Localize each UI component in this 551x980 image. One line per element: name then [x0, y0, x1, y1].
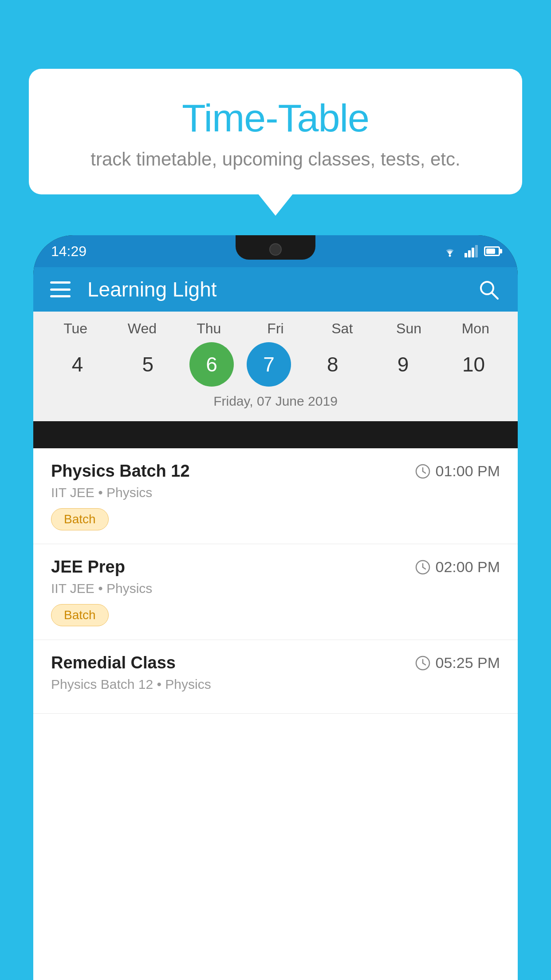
- day-9[interactable]: 9: [374, 342, 432, 387]
- day-5[interactable]: 5: [119, 342, 177, 387]
- status-icons: [441, 245, 500, 257]
- item-2-subtitle: IIT JEE • Physics: [51, 581, 500, 596]
- day-7[interactable]: 7: [247, 342, 291, 387]
- svg-line-6: [492, 292, 498, 299]
- svg-rect-3: [472, 248, 474, 257]
- schedule-item-1[interactable]: Physics Batch 12 01:00 PM IIT JEE • Phys…: [33, 448, 518, 544]
- day-name-thu: Thu: [180, 320, 238, 337]
- tooltip-title: Time-Table: [51, 95, 500, 141]
- svg-rect-4: [475, 245, 478, 257]
- day-name-tue: Tue: [47, 320, 104, 337]
- status-time: 14:29: [51, 243, 87, 260]
- svg-line-9: [423, 471, 425, 473]
- selected-date-label: Friday, 07 June 2019: [33, 394, 518, 417]
- day-6[interactable]: 6: [189, 342, 234, 387]
- item-3-subtitle: Physics Batch 12 • Physics: [51, 677, 500, 692]
- tooltip-card: Time-Table track timetable, upcoming cla…: [29, 69, 522, 194]
- item-3-title: Remedial Class: [51, 653, 176, 672]
- item-2-title: JEE Prep: [51, 557, 125, 577]
- day-8[interactable]: 8: [304, 342, 362, 387]
- battery-icon: [484, 246, 500, 256]
- phone-camera: [269, 243, 282, 256]
- day-name-sun: Sun: [380, 320, 438, 337]
- svg-point-0: [449, 255, 451, 257]
- item-3-time: 05:25 PM: [415, 654, 500, 672]
- phone-frame: 14:29: [33, 235, 518, 980]
- app-title: Learning Light: [87, 277, 476, 301]
- item-1-subtitle: IIT JEE • Physics: [51, 485, 500, 500]
- svg-rect-2: [468, 250, 471, 257]
- wifi-icon: [441, 245, 458, 257]
- schedule-container: Physics Batch 12 01:00 PM IIT JEE • Phys…: [33, 448, 518, 980]
- clock-icon-3: [415, 655, 431, 671]
- schedule-item-3[interactable]: Remedial Class 05:25 PM Physics Batch 12…: [33, 640, 518, 714]
- item-1-badge: Batch: [51, 508, 109, 530]
- svg-rect-1: [464, 253, 467, 257]
- hamburger-menu-button[interactable]: [50, 281, 71, 297]
- schedule-item-2[interactable]: JEE Prep 02:00 PM IIT JEE • Physics Batc…: [33, 544, 518, 640]
- signal-icon: [464, 245, 478, 257]
- item-2-time: 02:00 PM: [415, 558, 500, 576]
- app-bar: Learning Light: [33, 267, 518, 312]
- calendar-strip: Tue Wed Thu Fri Sat Sun Mon 4 5 6 7 8 9 …: [33, 312, 518, 421]
- day-name-sat: Sat: [313, 320, 371, 337]
- svg-line-12: [423, 567, 425, 569]
- svg-line-15: [423, 663, 425, 665]
- day-name-wed: Wed: [113, 320, 171, 337]
- day-10[interactable]: 10: [445, 342, 502, 387]
- clock-icon-2: [415, 559, 431, 575]
- tooltip-subtitle: track timetable, upcoming classes, tests…: [51, 149, 500, 170]
- search-icon: [477, 278, 500, 300]
- day-name-mon: Mon: [447, 320, 504, 337]
- day-4[interactable]: 4: [48, 342, 106, 387]
- item-1-time: 01:00 PM: [415, 462, 500, 480]
- phone-notch: [236, 235, 315, 260]
- item-2-badge: Batch: [51, 604, 109, 626]
- clock-icon-1: [415, 463, 431, 479]
- search-button[interactable]: [476, 277, 501, 302]
- item-1-title: Physics Batch 12: [51, 462, 190, 481]
- day-name-fri: Fri: [247, 320, 304, 337]
